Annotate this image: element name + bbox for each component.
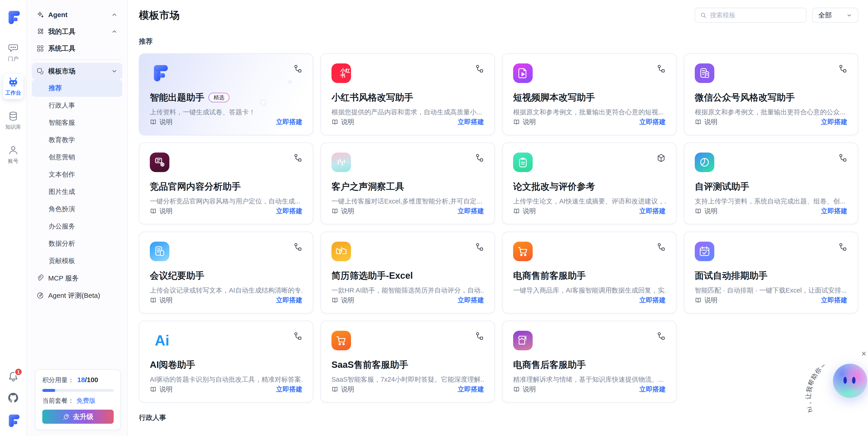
workflow-icon	[293, 153, 302, 162]
sidebar-item-image-gen[interactable]: 图片生成	[32, 183, 122, 200]
template-description: 根据原文和参考例文，批量输出更符合心意的公众...	[695, 108, 847, 117]
manual-link[interactable]: 说明	[150, 385, 173, 394]
template-title: 客户之声洞察工具	[332, 180, 404, 193]
chevron-up-icon[interactable]	[111, 28, 118, 35]
upgrade-button[interactable]: 去升级	[42, 410, 114, 424]
user-icon	[8, 145, 19, 155]
template-card[interactable]: 短视频脚本改写助手 根据原文和参考例文，批量输出更符合心意的短视... 说明 立…	[502, 54, 677, 135]
template-card[interactable]: 自评测试助手 支持上传学习资料，系统自动完成出题、组卷、创... 说明 立即搭建	[684, 143, 858, 224]
sidebar-item-hr[interactable]: 行政人事	[32, 97, 122, 114]
build-now-link[interactable]: 立即搭建	[276, 385, 302, 394]
notifications-button[interactable]: 1	[7, 371, 19, 382]
manual-link[interactable]: 说明	[695, 296, 717, 305]
build-now-link[interactable]: 立即搭建	[639, 207, 666, 216]
build-now-link[interactable]: 立即搭建	[639, 296, 666, 305]
build-now-link[interactable]: 立即搭建	[821, 207, 847, 216]
fastgpt-logo-bottom-icon[interactable]	[6, 413, 21, 428]
rail-item-workbench[interactable]: 工作台	[3, 74, 23, 99]
template-card[interactable]: 面试自动排期助手 智能匹配 · 自动排期 · 一键下载Excel，让面试安排..…	[684, 231, 858, 313]
sidebar-group-my-tools[interactable]: 我的工具	[32, 23, 122, 40]
manual-link[interactable]: 说明	[150, 207, 173, 216]
template-card[interactable]: 简历筛选助手-Excel 一款HR AI助手，能智能筛选简历并自动评分，自动..…	[320, 231, 495, 313]
build-now-link[interactable]: 立即搭建	[458, 296, 484, 305]
sidebar-item-roleplay[interactable]: 角色扮演	[32, 200, 122, 218]
plan-link[interactable]: 免费版	[76, 397, 95, 405]
template-card[interactable]: 会议纪要助手 上传会议记录或转写文本，AI自动生成结构清晰的专... 说明 立即…	[139, 231, 313, 313]
manual-link[interactable]: 说明	[513, 118, 536, 127]
sidebar-group-agent[interactable]: Agent	[32, 6, 122, 23]
manual-link[interactable]: 说明	[150, 296, 173, 305]
build-now-link[interactable]: 立即搭建	[458, 118, 484, 127]
template-description: 智能匹配 · 自动排期 · 一键下载Excel，让面试安排...	[695, 286, 847, 295]
manual-link[interactable]: 说明	[150, 118, 173, 127]
workflow-icon	[475, 243, 484, 252]
build-now-link[interactable]: 立即搭建	[639, 118, 666, 127]
manual-link[interactable]: 说明	[332, 118, 354, 127]
rail-item-portal[interactable]: 门户	[6, 40, 21, 65]
template-title: SaaS售前客服助手	[332, 359, 408, 371]
template-card[interactable]: Ai AI阅卷助手 AI驱动的答题卡识别与自动批改工具，精准对标答案... 说明…	[139, 321, 313, 403]
template-card[interactable]: 电商售后客服助手 精准理解诉求与情绪，基于知识库快速提供物流、... 说明 立即…	[502, 321, 677, 403]
resume-screening-icon	[332, 242, 351, 261]
build-now-link[interactable]: 立即搭建	[821, 296, 847, 305]
sidebar-item-customer-service[interactable]: 智能客服	[32, 114, 122, 131]
sidebar-item-contribute[interactable]: 贡献模板	[32, 252, 122, 270]
sidebar-item-mcp[interactable]: MCP 服务	[32, 270, 122, 287]
build-now-link[interactable]: 立即搭建	[639, 385, 666, 394]
build-now-link[interactable]: 立即搭建	[276, 207, 302, 216]
sidebar-group-template-market[interactable]: 模板市场	[32, 63, 122, 80]
rail-item-label: 工作台	[5, 89, 21, 96]
assistant-mascot[interactable]: hi，让我帮助你～ ×	[809, 336, 868, 436]
manual-link[interactable]: 说明	[332, 385, 354, 394]
sidebar-item-agent-eval[interactable]: Agent 评测(Beta)	[32, 287, 122, 304]
mascot-orb[interactable]	[833, 364, 867, 398]
template-card[interactable]: 智能出题助手 精选 上传资料，一键生成试卷、答题卡！ 说明 立即搭建	[139, 54, 313, 135]
chevron-up-icon[interactable]	[111, 11, 118, 18]
build-now-link[interactable]: 立即搭建	[821, 118, 847, 127]
package-icon	[657, 153, 666, 162]
sidebar-item-recommended[interactable]: 推荐	[32, 80, 122, 97]
chevron-down-icon	[846, 12, 852, 19]
github-icon[interactable]	[7, 392, 19, 404]
pen-icon	[36, 292, 44, 300]
template-card[interactable]: 微信公众号风格改写助手 根据原文和参考例文，批量输出更符合心意的公众... 说明…	[684, 54, 858, 135]
sidebar-submenu: 推荐 行政人事 智能客服 教育教学 创意营销 文本创作 图片生成 角色扮演 办公…	[32, 80, 122, 270]
search-input[interactable]	[710, 11, 801, 19]
chevron-down-icon[interactable]	[111, 68, 118, 74]
sidebar-item-marketing[interactable]: 创意营销	[32, 149, 122, 166]
build-now-link[interactable]: 立即搭建	[458, 207, 484, 216]
rail-item-account[interactable]: 账号	[6, 142, 21, 167]
book-icon	[513, 386, 520, 393]
doc-lines-icon	[153, 245, 166, 257]
manual-link[interactable]: 说明	[695, 207, 717, 216]
left-rail: 门户 工作台 知识库 账号 1	[0, 0, 27, 436]
template-card[interactable]: 小红书 小红书风格改写助手 根据您提供的产品内容和需求，自动生成高质量小... …	[320, 54, 495, 135]
template-description: 一款HR AI助手，能智能筛选简历并自动评分，自动...	[332, 286, 484, 295]
sidebar-item-label: 图片生成	[49, 187, 75, 196]
template-card[interactable]: 论文批改与评价参考 上传学生论文，AI快速生成摘要、评语和改进建议，... 说明…	[502, 143, 677, 224]
template-card[interactable]: 客户之声洞察工具 一键上传客服对话Excel,多维度智能分析,并可自定... 说…	[320, 143, 495, 224]
template-description: 一键导入商品库，AI客服智能调用数据生成回复，实...	[513, 286, 666, 295]
manual-link[interactable]: 说明	[695, 118, 717, 127]
sidebar-item-office[interactable]: 办公服务	[32, 218, 122, 235]
manual-link[interactable]: 说明	[332, 296, 354, 305]
template-title: 面试自动排期助手	[695, 269, 768, 282]
template-card[interactable]: 电商售前客服助手 一键导入商品库，AI客服智能调用数据生成回复，实... 说明 …	[502, 231, 677, 313]
book-icon	[150, 386, 157, 393]
sidebar-group-system-tools[interactable]: 系统工具	[32, 40, 122, 57]
manual-link[interactable]: 说明	[513, 207, 536, 216]
sidebar-item-data-analysis[interactable]: 数据分析	[32, 235, 122, 252]
sidebar-item-writing[interactable]: 文本创作	[32, 166, 122, 183]
build-now-link[interactable]: 立即搭建	[276, 296, 302, 305]
build-now-link[interactable]: 立即搭建	[276, 118, 302, 127]
template-title: 微信公众号风格改写助手	[695, 91, 795, 104]
category-filter-select[interactable]: 全部	[812, 8, 858, 23]
template-card[interactable]: 竞品官网内容分析助手 一键分析竞品官网内容风格与用户定位，自动生成... 说明 …	[139, 143, 313, 224]
manual-link[interactable]: 说明	[332, 207, 354, 216]
rail-item-knowledge[interactable]: 知识库	[3, 108, 23, 133]
build-now-link[interactable]: 立即搭建	[458, 385, 484, 394]
template-card[interactable]: SaaS售前客服助手 SaaS智能客服，7x24小时即时答疑。它能深度理解...…	[320, 321, 495, 403]
sidebar-item-education[interactable]: 教育教学	[32, 131, 122, 149]
mascot-close-icon[interactable]: ×	[861, 350, 866, 358]
manual-link[interactable]: 说明	[513, 385, 536, 394]
